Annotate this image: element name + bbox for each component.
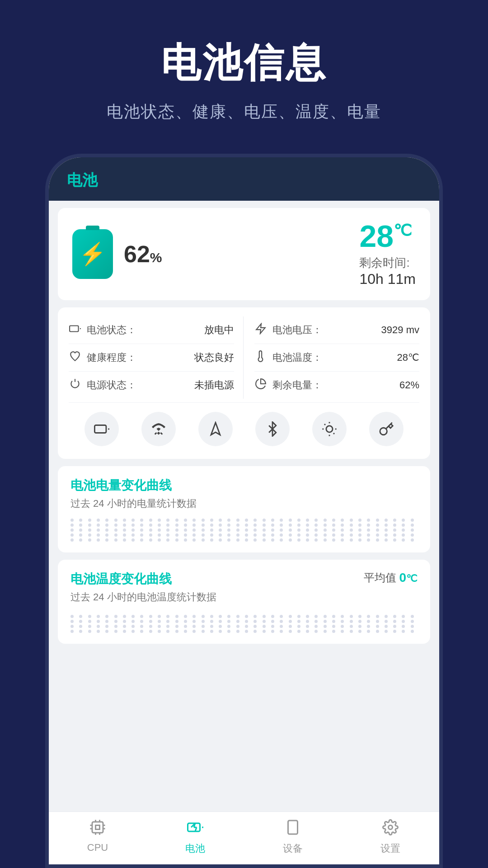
chart-dot [393, 620, 396, 623]
chart-dot [219, 524, 222, 527]
chart-dot [324, 630, 327, 633]
chart-dot [192, 533, 196, 537]
battery-percent: 62% [124, 241, 162, 268]
chart-dot [324, 519, 327, 522]
power-value: 未插电源 [194, 378, 234, 392]
chart-dot [88, 519, 91, 522]
temp-chart-header: 电池温度变化曲线 过去 24 小时的电池温度统计数据 平均值 0℃ [70, 571, 418, 612]
toggle-wifi[interactable] [141, 412, 176, 446]
chart-dot [376, 524, 379, 527]
page-title: 电池信息 [18, 36, 470, 90]
chart-dot [367, 524, 370, 527]
chart-dot [227, 528, 230, 532]
chart-dot [210, 620, 213, 623]
chart-dot [79, 538, 82, 542]
toggle-brightness[interactable] [312, 412, 347, 446]
chart-dot [358, 620, 361, 623]
chart-dot [350, 625, 353, 628]
chart-dot [280, 524, 283, 527]
chart-dot [88, 615, 91, 618]
chart-dot [350, 620, 353, 623]
chart-dot [166, 620, 169, 623]
settings-icon [382, 819, 399, 839]
chart-dot [79, 519, 82, 522]
chart-dot [166, 524, 169, 527]
chart-dot [175, 620, 178, 623]
chart-dot [184, 524, 187, 527]
chart-dot [411, 538, 414, 542]
chart-dot [341, 625, 344, 628]
chart-dot [367, 538, 370, 542]
nav-item-device[interactable]: 设备 [244, 819, 342, 855]
bottom-nav: CPU 电池 设备 设置 [49, 811, 439, 864]
nav-item-battery[interactable]: 电池 [146, 819, 244, 855]
chart-dot [341, 620, 344, 623]
chart-dot [289, 533, 292, 537]
chart-dot [324, 533, 327, 537]
chart-dot [114, 528, 117, 532]
chart-dot [149, 538, 152, 542]
chart-dot [376, 615, 379, 618]
svg-marker-3 [211, 423, 220, 435]
chart-dot [227, 519, 230, 522]
chart-dot [350, 528, 353, 532]
chart-dot [263, 630, 266, 633]
status-label: 电池状态： [87, 323, 136, 337]
chart-dot [105, 533, 108, 537]
chart-dot [332, 625, 335, 628]
toggle-location[interactable] [198, 412, 233, 446]
chart-dot [131, 615, 135, 618]
chart-dot [314, 625, 318, 628]
battery-temperature: 28℃ [359, 221, 416, 251]
chart-dot [114, 538, 117, 542]
chart-dot [105, 630, 108, 633]
toggle-bluetooth[interactable] [255, 412, 290, 446]
chart-dot [123, 533, 126, 537]
chart-dot [376, 620, 379, 623]
chart-dot [79, 620, 82, 623]
chart-dot [350, 538, 353, 542]
chart-dot [341, 519, 344, 522]
chart-dot [175, 533, 178, 537]
chart-dot [350, 615, 353, 618]
toggle-rotate[interactable] [369, 412, 404, 446]
nav-item-cpu[interactable]: CPU [49, 819, 146, 855]
chart-dot [70, 630, 74, 633]
chart-dot [297, 533, 300, 537]
chart-dot [350, 533, 353, 537]
chart-dot [263, 620, 266, 623]
chart-dot [332, 538, 335, 542]
phone-frame: 电池 ⚡ 62% 28℃ 剩余时间: 10h 11m [45, 154, 443, 868]
chart-dot [140, 524, 143, 527]
chart-dot [97, 615, 100, 618]
nav-item-settings[interactable]: 设置 [342, 819, 439, 855]
toggle-battery[interactable] [84, 412, 119, 446]
chart-dot [184, 625, 187, 628]
chart-dot [253, 538, 257, 542]
chart-dot [79, 533, 82, 537]
app-bar-title: 电池 [67, 170, 421, 191]
nav-label-device: 设备 [283, 842, 303, 855]
chart-dot [358, 615, 361, 618]
chart-dot [219, 625, 222, 628]
chart-dot [245, 615, 248, 618]
chart-dot [271, 625, 274, 628]
chart-dot [184, 630, 187, 633]
chart-dot [367, 528, 370, 532]
health-icon [69, 350, 81, 365]
info-row-health: 健康程度： 状态良好 [69, 344, 234, 372]
chart-dot [114, 524, 117, 527]
chart-dot [192, 620, 196, 623]
chart-dot [140, 615, 143, 618]
chart-dot [358, 538, 361, 542]
chart-dot [105, 615, 108, 618]
remaining-pct-value: 62% [399, 379, 419, 391]
chart-dot [263, 519, 266, 522]
chart-dot [314, 519, 318, 522]
chart-dot [358, 528, 361, 532]
chart-dot [210, 528, 213, 532]
chart-dot [271, 630, 274, 633]
info-row-voltage: 电池电压： 3929 mv [254, 316, 420, 344]
chart-dot [70, 625, 74, 628]
chart-dot [140, 519, 143, 522]
